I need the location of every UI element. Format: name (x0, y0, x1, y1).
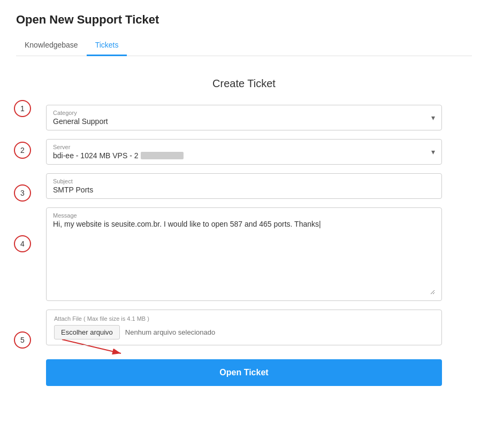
no-file-text: Nenhum arquivo selecionado (125, 328, 215, 336)
page-title: Open New Support Ticket (16, 13, 472, 27)
nav-tabs: Knowledgebase Tickets (16, 35, 472, 56)
subject-group: Subject (46, 173, 442, 199)
category-field[interactable]: Category General Support (46, 105, 442, 130)
main-content: 1 2 3 4 5 Create Ticket Category General… (0, 56, 488, 407)
attach-row: Escolher arquivo Nenhum arquivo selecion… (54, 325, 434, 339)
server-field[interactable]: Server bdi-ee - 1024 MB VPS - 2 (46, 139, 442, 165)
message-textarea[interactable]: Hi, my website is seusite.com.br. I woul… (53, 220, 435, 295)
form-title: Create Ticket (46, 78, 442, 90)
tab-knowledgebase[interactable]: Knowledgebase (16, 35, 87, 56)
choose-file-button[interactable]: Escolher arquivo (54, 325, 120, 339)
annotation-3: 3 (14, 184, 31, 202)
open-ticket-button[interactable]: Open Ticket (46, 359, 442, 386)
server-blurred-part (141, 152, 184, 159)
message-label: Message (53, 212, 435, 219)
attach-label: Attach File ( Max file size is 4.1 MB ) (54, 315, 434, 322)
annotation-1: 1 (14, 100, 31, 117)
subject-field[interactable]: Subject (46, 173, 442, 199)
form-container: 1 2 3 4 5 Create Ticket Category General… (46, 78, 442, 386)
tab-tickets[interactable]: Tickets (87, 35, 127, 56)
server-label: Server (53, 144, 435, 150)
category-group: Category General Support (46, 105, 442, 130)
category-label: Category (53, 110, 435, 116)
message-field[interactable]: Message Hi, my website is seusite.com.br… (46, 207, 442, 301)
server-group: Server bdi-ee - 1024 MB VPS - 2 (46, 139, 442, 165)
subject-label: Subject (53, 178, 435, 184)
attach-group: Attach File ( Max file size is 4.1 MB ) … (46, 310, 442, 345)
annotation-4: 4 (14, 235, 31, 252)
attach-field: Attach File ( Max file size is 4.1 MB ) … (46, 310, 442, 345)
subject-input[interactable] (53, 186, 435, 194)
server-value-display: bdi-ee - 1024 MB VPS - 2 (53, 151, 435, 160)
category-select[interactable]: General Support (53, 117, 435, 126)
annotation-5: 5 (14, 331, 31, 349)
annotation-2: 2 (14, 142, 31, 159)
message-group: Message Hi, my website is seusite.com.br… (46, 207, 442, 301)
